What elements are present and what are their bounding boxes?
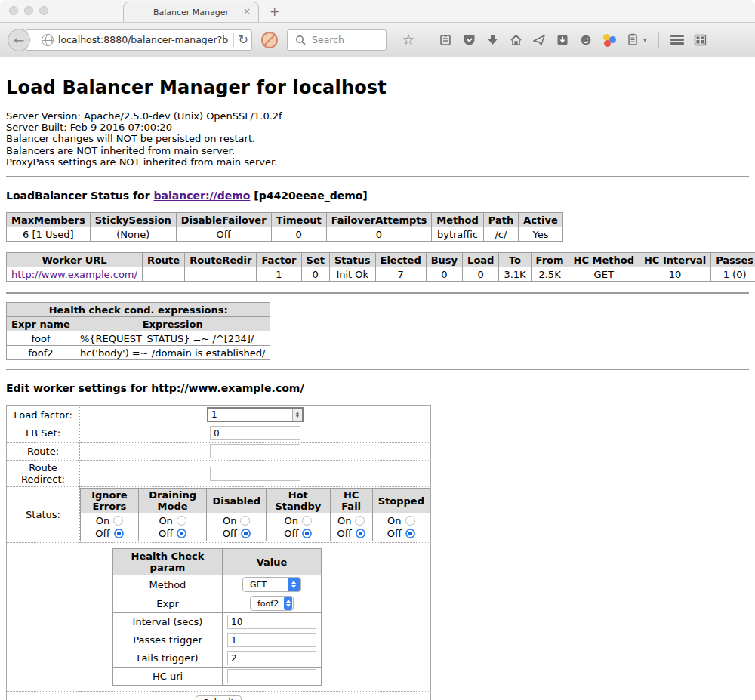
menu-hamburger-icon[interactable] (670, 35, 684, 45)
form-row-health-params: Health Check param Value Method GET Expr (7, 543, 431, 692)
downloads-icon[interactable] (485, 33, 499, 47)
reload-icon[interactable]: ↻ (239, 34, 248, 46)
navigation-toolbar: ← localhost:8880/balancer-manager?b=demo… (0, 23, 755, 57)
share-plane-icon[interactable] (532, 33, 546, 47)
form-row-route: Route: (7, 443, 431, 461)
heading-suffix: [p4420eeae_demo] (250, 190, 367, 202)
worker-url-link[interactable]: http://www.example.com/ (11, 269, 137, 280)
ignore-errors-off-radio[interactable] (114, 529, 124, 538)
submit-button[interactable]: Submit (196, 695, 242, 700)
adblock-icon[interactable] (261, 32, 278, 48)
edit-worker-heading: Edit worker settings for http://www.exam… (6, 382, 749, 394)
cell-maxmembers: 6 [1 Used] (7, 227, 91, 242)
number-stepper-icon[interactable]: ▲▼ (292, 409, 302, 421)
form-row-status: Status: Ignore Errors Draining Mode Disa… (7, 487, 431, 543)
fails-trigger-input[interactable] (227, 651, 316, 665)
col-stopped: Stopped (372, 489, 430, 513)
col-status: Status (329, 253, 375, 267)
hc-uri-input[interactable] (227, 669, 316, 683)
col-disablefailover: DisableFailover (176, 213, 271, 227)
ignore-errors-on-radio[interactable] (113, 516, 123, 526)
disabled-off-radio[interactable] (241, 529, 251, 538)
col-hot-standby: Hot Standby (267, 489, 331, 513)
divider (6, 176, 749, 177)
browser-window: Balancer Manager × + ← localhost:8880/ba… (0, 0, 755, 700)
panel-download-icon[interactable] (556, 33, 569, 47)
lb-set-input[interactable] (210, 426, 300, 440)
pocket-icon[interactable] (462, 33, 476, 47)
feedback-smiley-icon[interactable] (579, 33, 593, 47)
hc-uri-label: HC uri (113, 668, 223, 686)
method-select[interactable]: GET (242, 577, 301, 592)
cell-passes: 1 (0) (711, 267, 755, 282)
hot-standby-off-radio[interactable] (302, 529, 312, 538)
hc-expressions-title: Health check cond. expressions: (7, 303, 270, 317)
route-redirect-input[interactable] (210, 467, 300, 481)
search-bar[interactable]: Search (287, 29, 387, 51)
passes-trigger-input[interactable] (227, 633, 316, 647)
cell-from: 2.5K (531, 267, 569, 282)
cell-hc-method: GET (569, 267, 639, 282)
hot-standby-on-radio[interactable] (302, 516, 312, 526)
off-label: Off (337, 528, 352, 539)
hc-fail-off-radio[interactable] (356, 529, 365, 538)
expr-select-value: foof2 (257, 599, 279, 609)
tab-balancer-manager[interactable]: Balancer Manager × (123, 2, 259, 22)
col-factor: Factor (257, 253, 301, 267)
hc-row-expr: Expr foof2 (113, 594, 322, 613)
route-input[interactable] (210, 444, 300, 458)
page-content: Load Balancer Manager for localhost Serv… (0, 57, 755, 700)
tab-close-icon[interactable]: × (243, 7, 251, 16)
status-header-row: Ignore Errors Draining Mode Disabled Hot… (81, 489, 430, 513)
reading-list-icon[interactable] (439, 33, 452, 47)
balancer-demo-link[interactable]: balancer://demo (154, 190, 251, 202)
table-header-row: Worker URL Route RouteRedir Factor Set S… (7, 253, 755, 267)
col-maxmembers: MaxMembers (7, 213, 91, 227)
url-text[interactable]: localhost:8880/balancer-manager?b=demo&w… (58, 34, 229, 45)
url-bar[interactable]: localhost:8880/balancer-manager?b=demo&w… (26, 29, 252, 51)
stopped-off-radio[interactable] (405, 529, 415, 538)
bookmark-star-icon[interactable]: ☆ (402, 33, 415, 47)
close-window-button[interactable] (9, 6, 18, 15)
table-row: 6 [1 Used] (None) Off 0 0 bytraffic /c/ … (7, 227, 563, 242)
back-button[interactable]: ← (8, 29, 30, 51)
cell-method: bytraffic (432, 227, 483, 242)
cell-disablefailover: Off (176, 227, 271, 242)
site-identity-globe-icon[interactable] (42, 34, 54, 46)
tab-groups-grid-icon[interactable] (694, 33, 707, 47)
on-label: On (96, 515, 109, 526)
hc-row-fails: Fails trigger) (113, 649, 322, 668)
heading-prefix: LoadBalancer Status for (6, 190, 154, 202)
minimize-window-button[interactable] (24, 6, 33, 15)
extension-colored-dots-icon[interactable] (602, 33, 616, 47)
window-controls (0, 0, 59, 22)
cell-routeredir (185, 267, 257, 282)
chevron-down-icon[interactable]: ▾ (643, 36, 647, 44)
tab-title: Balancer Manager (153, 8, 229, 17)
cell-expr-name: foof (7, 331, 76, 346)
cell-stickysession: (None) (90, 227, 176, 242)
interval-label: Interval (secs) (113, 613, 223, 631)
new-tab-button[interactable]: + (270, 5, 279, 19)
clipboard-panel-icon[interactable] (626, 33, 639, 47)
off-label: Off (387, 528, 402, 539)
toolbar-icons: ☆ (402, 32, 707, 48)
cell-load: 0 (463, 267, 499, 282)
hc-row-passes: Passes trigger (113, 631, 322, 649)
home-icon[interactable] (509, 33, 522, 47)
load-factor-label: Load factor: (7, 406, 80, 424)
hc-row-method: Method GET (113, 575, 322, 594)
stopped-on-radio[interactable] (405, 516, 415, 526)
col-timeout: Timeout (271, 213, 326, 227)
load-factor-input[interactable] (208, 409, 292, 421)
draining-mode-on-radio[interactable] (177, 516, 186, 526)
draining-mode-off-radio[interactable] (177, 529, 186, 538)
expr-select[interactable]: foof2 (250, 596, 294, 611)
interval-input[interactable] (227, 615, 316, 629)
disabled-on-radio[interactable] (240, 516, 250, 526)
toolbar-divider (658, 32, 659, 48)
zoom-window-button[interactable] (39, 6, 48, 15)
col-passes: Passes (711, 253, 755, 267)
divider (6, 292, 749, 294)
hc-fail-on-radio[interactable] (355, 516, 365, 526)
